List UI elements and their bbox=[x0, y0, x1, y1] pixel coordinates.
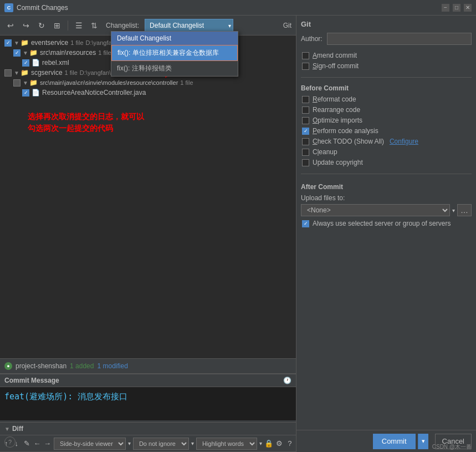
status-added: 1 added bbox=[70, 362, 94, 370]
folder-icon-eventservice: 📁 bbox=[21, 39, 29, 47]
changelist-option-fix2[interactable]: fix(): 注释掉报错类 bbox=[111, 61, 238, 76]
expand-button[interactable]: ☰ bbox=[73, 19, 85, 32]
changelist-dropdown: Default Changelist ▾ bbox=[145, 19, 233, 32]
analyze-checkbox[interactable]: ✓ bbox=[302, 128, 309, 135]
minimize-button[interactable]: − bbox=[442, 4, 449, 12]
redo-button[interactable]: ↪ bbox=[20, 19, 32, 32]
amend-label: Amend commit bbox=[313, 52, 357, 59]
diff-help-button[interactable]: ? bbox=[285, 438, 294, 449]
divider-1 bbox=[301, 77, 472, 78]
tree-checkbox-controller[interactable] bbox=[13, 79, 21, 87]
folder-icon-scgservice: 📁 bbox=[21, 69, 29, 77]
tree-arrow-controller[interactable]: ▼ bbox=[23, 80, 28, 86]
diff-collapse-arrow[interactable]: ▼ bbox=[4, 426, 10, 432]
diff-next-button[interactable]: → bbox=[43, 438, 52, 449]
diff-viewer-arrow-icon: ▾ bbox=[128, 440, 131, 446]
status-icon: ● bbox=[4, 362, 12, 370]
window-controls: − □ ✕ bbox=[442, 4, 472, 12]
commit-dropdown-button[interactable]: ▾ bbox=[418, 434, 428, 449]
always-use-row: ✓ Always use selected server or group of… bbox=[301, 220, 472, 227]
file-icon-rebel: 📄 bbox=[32, 59, 40, 67]
cleanup-checkbox[interactable] bbox=[302, 149, 309, 156]
status-modified: 1 modified bbox=[97, 362, 127, 370]
watermark: CSDN @木一番 bbox=[432, 443, 472, 451]
checktodo-label: Check TODO (Show All) bbox=[313, 138, 384, 145]
optimize-checkbox[interactable] bbox=[302, 117, 309, 124]
tree-label-eventservice: eventservice bbox=[31, 39, 68, 47]
upload-label: Upload files to: bbox=[301, 194, 472, 202]
tree-checkbox-eventservice[interactable]: ✓ bbox=[4, 39, 12, 47]
upload-row: <None> ▾ … bbox=[301, 204, 472, 216]
tree-count-resources: 1 file bbox=[98, 49, 111, 56]
window-title: Commit Changes bbox=[17, 4, 442, 12]
tree-checkbox-resources[interactable]: ✓ bbox=[13, 49, 21, 57]
file-tree[interactable]: ✓ ▼ 📁 eventservice 1 file D:\yangfan\Ide… bbox=[0, 35, 296, 358]
tree-row-controller[interactable]: ▼ 📁 src\main\java\cn\sinvie\modules\reso… bbox=[0, 78, 296, 88]
before-commit-label: Before Commit bbox=[301, 84, 472, 92]
undo-button[interactable]: ↩ bbox=[4, 19, 17, 32]
tree-checkbox-controller-file[interactable]: ✓ bbox=[22, 89, 29, 97]
configure-link[interactable]: Configure bbox=[390, 138, 418, 145]
diff-viewer-select[interactable]: Side-by-side viewer bbox=[54, 438, 126, 450]
tree-checkbox-scgservice[interactable] bbox=[4, 69, 12, 77]
tree-arrow-resources[interactable]: ▼ bbox=[23, 50, 28, 56]
diff-highlight-arrow-icon: ▾ bbox=[259, 440, 262, 446]
app-icon: C bbox=[4, 3, 13, 12]
always-use-label: Always use selected server or group of s… bbox=[313, 220, 451, 227]
signoff-label: Sign-off commit bbox=[313, 62, 359, 70]
diff-settings-button[interactable]: ⚙ bbox=[275, 438, 284, 449]
folder-icon-resources: 📁 bbox=[29, 49, 38, 57]
tree-label-controller-file: ResourceAreaNoticeController.java bbox=[42, 89, 146, 97]
commit-message-input[interactable] bbox=[0, 387, 296, 420]
changelist-option-fix1[interactable]: fix(): 单位排班相关兼容金仓数据库 bbox=[111, 45, 238, 61]
status-bar: ● project-shenshan 1 added 1 modified bbox=[0, 358, 296, 374]
tree-label-controller: src\main\java\cn\sinvie\modules\resource… bbox=[40, 79, 178, 86]
analyze-label: Perform code analysis bbox=[313, 127, 378, 135]
checktodo-checkbox[interactable] bbox=[302, 138, 309, 145]
copyright-row: Update copyright bbox=[301, 159, 472, 166]
tree-label-resources: src\main\resources bbox=[40, 49, 96, 57]
author-input[interactable] bbox=[327, 33, 472, 45]
close-button[interactable]: ✕ bbox=[464, 4, 472, 12]
group-button[interactable]: ⊞ bbox=[51, 19, 63, 32]
tree-label-scgservice: scgservice bbox=[31, 69, 63, 77]
main-container: ↩ ↪ ↻ ⊞ ☰ ⇅ Changelist: Default Changeli… bbox=[0, 16, 476, 452]
signoff-row: Sign-off commit bbox=[301, 62, 472, 70]
diff-highlight-select[interactable]: Highlight words bbox=[196, 438, 257, 450]
cleanup-row: Cleanup bbox=[301, 148, 472, 156]
upload-browse-button[interactable]: … bbox=[457, 204, 472, 216]
commit-message-header: Commit Message 🕐 bbox=[0, 374, 296, 387]
tree-arrow-scgservice[interactable]: ▼ bbox=[14, 70, 19, 76]
rearrange-checkbox[interactable] bbox=[302, 106, 309, 114]
left-panel: ↩ ↪ ↻ ⊞ ☰ ⇅ Changelist: Default Changeli… bbox=[0, 16, 296, 452]
rearrange-label: Rearrange code bbox=[313, 106, 360, 114]
diff-ignore-select[interactable]: Do not ignore bbox=[133, 438, 189, 450]
diff-lock-button[interactable]: 🔒 bbox=[264, 438, 273, 449]
filter-button[interactable]: ⇅ bbox=[88, 19, 100, 32]
tree-checkbox-rebel[interactable]: ✓ bbox=[22, 59, 29, 67]
cleanup-label: Cleanup bbox=[313, 148, 337, 156]
commit-button[interactable]: Commit bbox=[373, 434, 416, 449]
refresh-button[interactable]: ↻ bbox=[35, 19, 48, 32]
divider-2 bbox=[301, 174, 472, 174]
help-button[interactable]: ? bbox=[4, 436, 16, 448]
diff-prev-button[interactable]: ← bbox=[33, 438, 42, 449]
commit-message-clock-icon[interactable]: 🕐 bbox=[283, 377, 291, 384]
maximize-button[interactable]: □ bbox=[453, 4, 460, 12]
tree-arrow-eventservice[interactable]: ▼ bbox=[14, 40, 19, 46]
tree-count-eventservice: 1 file bbox=[70, 39, 83, 46]
amend-checkbox[interactable] bbox=[302, 52, 309, 59]
title-bar: C Commit Changes − □ ✕ bbox=[0, 0, 476, 16]
tree-row-controller-file[interactable]: ✓ 📄 ResourceAreaNoticeController.java bbox=[0, 88, 296, 98]
commit-message-section: Commit Message 🕐 bbox=[0, 374, 296, 422]
diff-toolbar: ↑ ↓ ✎ ← → Side-by-side viewer ▾ Do not i… bbox=[0, 435, 296, 452]
copyright-checkbox[interactable] bbox=[302, 159, 309, 166]
diff-edit-button[interactable]: ✎ bbox=[23, 438, 31, 449]
changelist-select[interactable]: Default Changelist bbox=[145, 19, 233, 32]
changelist-option-default[interactable]: Default Changelist bbox=[111, 32, 238, 45]
signoff-checkbox[interactable] bbox=[302, 63, 309, 70]
tree-count-scgservice: 1 file bbox=[65, 69, 78, 76]
upload-select[interactable]: <None> bbox=[301, 204, 450, 216]
always-use-checkbox[interactable]: ✓ bbox=[302, 220, 309, 227]
reformat-checkbox[interactable] bbox=[302, 96, 309, 103]
